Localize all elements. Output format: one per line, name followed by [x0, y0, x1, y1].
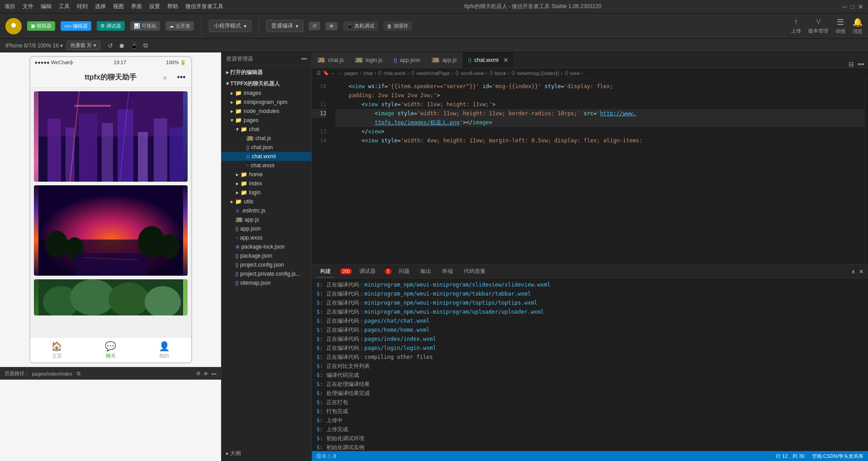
- simulator-button[interactable]: ▣ 模拟器: [27, 21, 55, 31]
- menu-item-settings[interactable]: 设置: [149, 3, 160, 10]
- more-tabs-icon[interactable]: •••: [858, 61, 864, 68]
- file-sitemap[interactable]: {} sitemap.json: [222, 278, 311, 287]
- outline-section[interactable]: ▸ 大纲: [222, 446, 311, 461]
- message-btn-group[interactable]: 🔔 消息: [853, 17, 863, 35]
- panel-collapse-icon[interactable]: ∧: [851, 268, 855, 275]
- menu-item-project[interactable]: 项目: [5, 3, 15, 10]
- menu-item-select[interactable]: 选择: [95, 3, 106, 10]
- file-app-wxss[interactable]: ~ app.wxss: [222, 233, 311, 242]
- compile-button[interactable]: ↺: [309, 22, 320, 30]
- bottom-tab-quality[interactable]: 代码质量: [460, 266, 489, 277]
- tab-login-js[interactable]: JS login.js: [349, 52, 388, 68]
- folder-login[interactable]: ▸ 📁 login: [222, 188, 311, 197]
- visualizer-button[interactable]: 📊 可视化: [130, 21, 160, 31]
- file-app-js[interactable]: JS app.js: [222, 215, 311, 224]
- phone-tab-profile[interactable]: 👤 我的: [137, 338, 191, 362]
- close-button[interactable]: ✕: [858, 3, 863, 10]
- chat-json-spacer: [241, 144, 245, 151]
- phone-icon[interactable]: 📱: [130, 42, 138, 49]
- minimize-button[interactable]: ─: [843, 3, 847, 10]
- file-chat-wxss[interactable]: ~ chat.wxss: [222, 161, 311, 170]
- bc-scroll-view[interactable]: scroll-view: [461, 71, 484, 76]
- menu-item-view[interactable]: 视图: [113, 3, 124, 10]
- refresh-icon[interactable]: ↺: [108, 42, 113, 49]
- bottom-tab-terminal[interactable]: 终端: [439, 266, 457, 277]
- folder-utils[interactable]: ▸ 📁 utils: [222, 197, 311, 206]
- menu-item-help[interactable]: 帮助: [167, 3, 178, 10]
- compile-dropdown[interactable]: 普通编译 ▾: [266, 20, 303, 32]
- file-project-config[interactable]: {} project.config.json: [222, 260, 311, 269]
- file-app-json[interactable]: {} app.json: [222, 224, 311, 233]
- tab-chat-js[interactable]: JS chat.js: [312, 52, 349, 68]
- file-chat-js[interactable]: JS chat.js: [222, 134, 311, 143]
- bc-view-chatpage[interactable]: view#chatPage: [416, 71, 450, 76]
- page-path-copy-icon[interactable]: ⧉: [77, 371, 80, 376]
- menu-item-tools[interactable]: 工具: [59, 3, 70, 10]
- copy-icon[interactable]: ⧉: [143, 42, 148, 49]
- real-debug-button[interactable]: 📱 真机调试: [343, 21, 378, 31]
- menu-item-edit[interactable]: 编辑: [41, 3, 52, 10]
- menu-item-interface[interactable]: 界面: [131, 3, 142, 10]
- phone-more-icon[interactable]: •••: [177, 73, 186, 82]
- bc-chat[interactable]: chat: [363, 71, 373, 76]
- tab-app-json[interactable]: {} app.json: [388, 52, 426, 68]
- bc-view-msg[interactable]: view#msg-{{index}}: [517, 71, 559, 76]
- bottom-tab-output[interactable]: 输出: [417, 266, 435, 277]
- phone-tab-home[interactable]: 🏠 主页: [30, 338, 84, 362]
- bc-forward-icon[interactable]: →: [338, 71, 343, 76]
- hot-reload-button[interactable]: 热重载 开 ▾: [66, 41, 100, 50]
- folder-chat[interactable]: ▾ 📁 chat: [222, 125, 311, 134]
- cloud-button[interactable]: ☁ 云开发: [165, 21, 194, 31]
- folder-npm[interactable]: ▸ 📁 miniprogram_npm: [222, 98, 311, 107]
- sim-bottom-eye-icon[interactable]: 👁: [203, 371, 208, 376]
- bc-block[interactable]: block: [495, 71, 506, 76]
- folder-node[interactable]: ▸ 📁 node_modules: [222, 107, 311, 116]
- folder-home[interactable]: ▸ 📁 home: [222, 170, 311, 179]
- code-content[interactable]: <view wx:if='{{item.speaker=="server"}}'…: [330, 78, 864, 264]
- tab-chat-wxml[interactable]: ⟨⟩ chat.wxml ✕: [462, 52, 514, 68]
- explorer-label: 资源管理器: [226, 55, 253, 63]
- debugger-button[interactable]: ⚙ 调试器: [97, 21, 125, 31]
- file-package-json[interactable]: {} package.json: [222, 251, 311, 260]
- menu-item-devtools[interactable]: 微信开发者工具: [185, 3, 223, 10]
- upload-btn-group[interactable]: ↑ 上传: [791, 17, 801, 35]
- bc-chat-wxml[interactable]: chat.wxml: [383, 71, 406, 76]
- bottom-tab-issues[interactable]: 问题: [395, 266, 413, 277]
- record-icon[interactable]: ⏺: [118, 42, 125, 49]
- bc-menu-icon[interactable]: ☰: [316, 70, 321, 76]
- phone-tab-chat[interactable]: 💬 聊天: [84, 338, 137, 362]
- menu-item-goto[interactable]: 转到: [77, 3, 88, 10]
- clear-cache-button[interactable]: 🗑 清缓存: [383, 21, 412, 31]
- file-project-private[interactable]: {} project.private.config.js...: [222, 269, 311, 278]
- bc-bookmark-icon[interactable]: 🔖: [323, 70, 329, 76]
- mode-dropdown[interactable]: 小程序模式 ▾: [209, 20, 251, 32]
- preview-button[interactable]: 👁: [326, 22, 338, 30]
- file-chat-wxml[interactable]: ⟨⟩ chat.wxml: [222, 152, 311, 161]
- svg-point-24: [70, 279, 115, 315]
- file-package-lock[interactable]: ⚙ package-lock.json: [222, 242, 311, 251]
- bc-view[interactable]: view: [570, 71, 580, 76]
- file-chat-json[interactable]: {} chat.json: [222, 143, 311, 152]
- folder-pages[interactable]: ▾ 📁 pages: [222, 116, 311, 125]
- sim-bottom-settings-icon[interactable]: ⚙: [196, 371, 201, 376]
- sim-bottom-more-icon[interactable]: •••: [211, 371, 217, 376]
- bc-pages[interactable]: pages: [344, 71, 358, 76]
- bottom-tab-debugger[interactable]: 调试器: [356, 266, 379, 277]
- bottom-tab-build[interactable]: 构建: [316, 266, 335, 278]
- panel-close-icon[interactable]: ✕: [859, 268, 863, 275]
- folder-index[interactable]: ▸ 📁 index: [222, 179, 311, 188]
- maximize-button[interactable]: □: [851, 3, 854, 10]
- menu-item-file[interactable]: 文件: [23, 3, 33, 10]
- editor-button[interactable]: </> 编辑器: [61, 21, 91, 31]
- split-editor-icon[interactable]: ⊟: [849, 61, 854, 68]
- folder-images[interactable]: ▸ 📁 images: [222, 89, 311, 98]
- tab-close-icon[interactable]: ✕: [503, 56, 509, 64]
- version-btn-group[interactable]: ⑂ 版本管理: [808, 17, 828, 35]
- tab-app-js[interactable]: JS app.js: [426, 52, 463, 68]
- bc-back-icon[interactable]: ←: [331, 71, 336, 76]
- explorer-more-icon[interactable]: •••: [301, 56, 307, 62]
- svg-rect-20: [75, 253, 147, 276]
- phone-record-icon[interactable]: ⏺: [162, 75, 168, 81]
- file-eslint[interactable]: ⚙ .eslintrc.js: [222, 206, 311, 215]
- detail-btn-group[interactable]: ☰ 详情: [835, 17, 845, 35]
